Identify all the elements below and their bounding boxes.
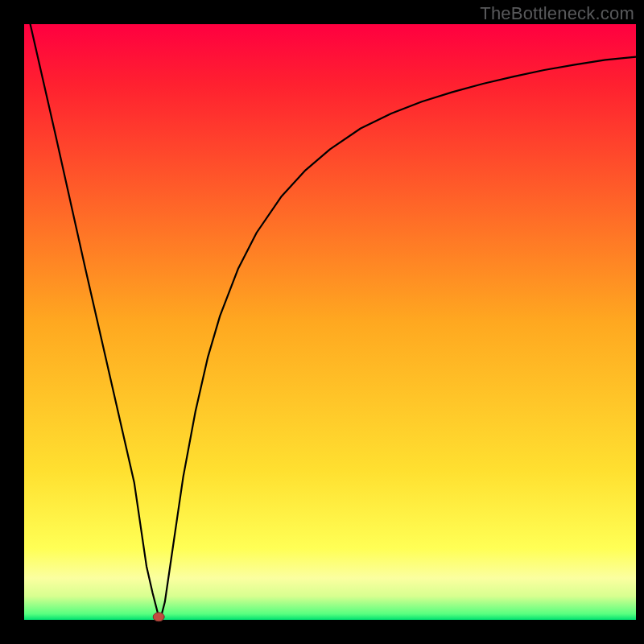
chart-container: TheBottleneck.com: [0, 0, 644, 644]
bottleneck-chart-canvas: [0, 0, 644, 644]
watermark-text: TheBottleneck.com: [480, 3, 634, 24]
